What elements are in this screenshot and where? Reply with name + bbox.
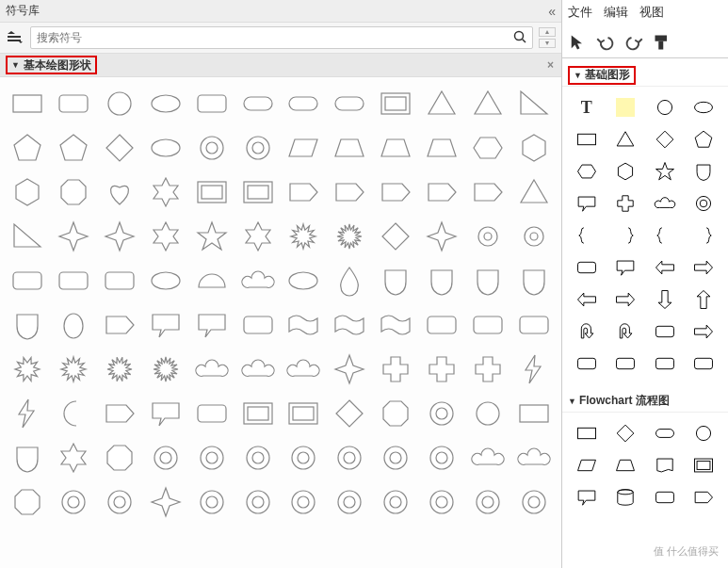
shape-item[interactable] (52, 481, 95, 523)
shape-item[interactable] (686, 156, 723, 187)
shape-item[interactable] (646, 220, 684, 251)
shape-item[interactable] (52, 171, 95, 213)
shape-item[interactable] (52, 393, 95, 434)
shape-item[interactable] (607, 284, 645, 315)
shape-item[interactable] (420, 171, 463, 213)
shape-item[interactable] (646, 349, 684, 379)
shape-item[interactable] (374, 83, 417, 124)
shape-item[interactable] (686, 349, 723, 379)
shape-item[interactable] (568, 450, 606, 480)
shape-item[interactable] (466, 216, 510, 257)
shape-item[interactable] (607, 188, 645, 219)
shape-item[interactable] (646, 156, 684, 187)
search-input[interactable] (37, 31, 513, 44)
shape-item[interactable] (466, 393, 510, 434)
shape-item[interactable] (686, 284, 723, 315)
shape-item[interactable] (374, 171, 417, 213)
shape-item[interactable] (420, 393, 463, 434)
shape-item[interactable] (6, 304, 49, 346)
shape-item[interactable] (328, 216, 371, 257)
shape-item[interactable] (283, 481, 326, 523)
shape-item[interactable] (190, 349, 234, 390)
shape-item[interactable] (236, 127, 280, 169)
menu-view[interactable]: 视图 (639, 4, 664, 21)
menu-edit[interactable]: 编辑 (604, 4, 628, 21)
shape-item[interactable] (328, 83, 371, 124)
close-category-icon[interactable]: × (547, 58, 554, 72)
shape-item[interactable] (52, 437, 95, 479)
shape-item[interactable] (144, 393, 187, 434)
shape-item[interactable] (144, 127, 187, 169)
redo-icon[interactable] (624, 33, 643, 52)
shape-item[interactable] (646, 450, 684, 480)
shape-item[interactable] (568, 482, 606, 512)
shape-item[interactable] (190, 481, 234, 523)
shape-item[interactable] (144, 83, 187, 124)
shape-item[interactable] (236, 216, 280, 257)
shape-item[interactable] (236, 349, 280, 390)
shape-item[interactable] (607, 418, 645, 448)
shape-item[interactable] (190, 171, 234, 213)
shape-item[interactable] (466, 349, 510, 390)
shape-item[interactable] (420, 304, 463, 346)
shape-item[interactable] (6, 216, 49, 257)
shape-item[interactable] (6, 393, 49, 434)
shape-item[interactable] (686, 418, 723, 448)
shape-item[interactable] (420, 83, 463, 124)
shape-item[interactable] (420, 260, 463, 301)
shape-item[interactable] (466, 260, 510, 301)
format-painter-icon[interactable] (653, 33, 671, 52)
shape-item[interactable] (190, 437, 234, 479)
shape-item[interactable] (374, 127, 417, 169)
shape-item[interactable] (6, 127, 49, 169)
undo-icon[interactable] (596, 33, 615, 52)
shape-item[interactable] (144, 481, 187, 523)
category-header[interactable]: ▼ 基本绘图形状 × (0, 53, 561, 77)
collapse-icon[interactable]: « (548, 4, 556, 19)
shape-item[interactable] (646, 482, 684, 512)
shape-item[interactable] (420, 216, 463, 257)
shape-item[interactable] (236, 393, 280, 434)
shape-item[interactable] (686, 482, 723, 512)
shape-item[interactable] (236, 83, 280, 124)
shape-item[interactable] (52, 216, 95, 257)
shape-item[interactable] (646, 124, 684, 154)
shape-item[interactable] (607, 450, 645, 480)
shape-item[interactable] (568, 418, 606, 448)
shape-item[interactable] (236, 481, 280, 523)
shape-item[interactable] (374, 393, 417, 434)
shape-item[interactable] (607, 156, 645, 187)
shape-item[interactable] (236, 437, 280, 479)
shape-item[interactable] (98, 349, 141, 390)
shape-item[interactable] (283, 216, 326, 257)
shape-item[interactable] (98, 127, 141, 169)
search-icon[interactable] (513, 30, 526, 46)
shape-item[interactable] (328, 304, 371, 346)
shape-item[interactable] (646, 316, 684, 347)
shape-item[interactable] (568, 284, 606, 315)
shape-item[interactable] (144, 216, 187, 257)
shape-item[interactable] (283, 127, 326, 169)
flowchart-header[interactable]: ▼ Flowchart 流程图 (562, 390, 728, 413)
shape-item[interactable] (190, 260, 234, 301)
shape-item[interactable] (568, 220, 606, 251)
shape-item[interactable] (283, 83, 326, 124)
shape-item[interactable] (52, 349, 95, 390)
shape-item[interactable] (328, 260, 371, 301)
shape-item[interactable] (6, 83, 49, 124)
shape-item[interactable] (512, 481, 556, 523)
shape-item[interactable] (52, 260, 95, 301)
shape-item[interactable] (6, 171, 49, 213)
shape-item[interactable] (512, 349, 556, 390)
sort-up-icon[interactable]: ▴ (539, 27, 556, 37)
shape-item[interactable] (328, 481, 371, 523)
shape-item[interactable] (512, 83, 556, 124)
shape-item[interactable] (686, 124, 723, 154)
shape-item[interactable] (190, 127, 234, 169)
shape-item[interactable] (98, 171, 141, 213)
shape-item[interactable] (144, 260, 187, 301)
shape-item[interactable] (512, 304, 556, 346)
shape-item[interactable] (512, 171, 556, 213)
shape-item[interactable] (328, 127, 371, 169)
shape-item[interactable] (686, 450, 723, 480)
